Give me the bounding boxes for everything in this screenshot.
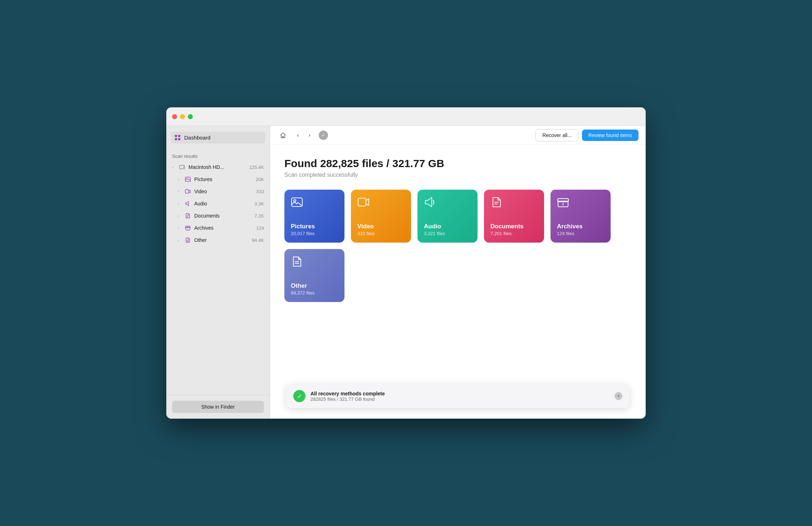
chevron-icon: ›: [178, 202, 182, 206]
svg-point-3: [186, 178, 187, 179]
card-name: Video: [357, 223, 405, 230]
card-count: 7,201 files: [490, 231, 538, 236]
recover-all-button[interactable]: Recover all...: [535, 129, 578, 141]
card-name: Pictures: [291, 223, 338, 230]
sidebar-item-label: Documents: [194, 213, 220, 219]
card-info-audio: Audio 3,321 files: [424, 223, 471, 236]
sidebar-item-label: Video: [194, 189, 207, 194]
content-area: ‹ › ✓ Recover all... Review found items …: [270, 126, 646, 419]
pictures-icon: [184, 176, 191, 183]
category-card-archives[interactable]: Archives 124 files: [551, 190, 611, 243]
toast-text: All recovery methods complete 282825 fil…: [310, 391, 610, 402]
pictures-card-icon: [291, 196, 338, 211]
sidebar-item-archives[interactable]: › Archives 124: [166, 222, 270, 234]
card-info-documents: Documents 7,201 files: [490, 223, 538, 236]
nav-buttons: ‹ ›: [293, 130, 314, 140]
chevron-icon: ›: [178, 190, 182, 194]
svg-point-20: [563, 205, 564, 206]
card-count: 333 files: [357, 231, 405, 236]
scan-results-section-label: Scan results: [166, 149, 270, 161]
card-name: Audio: [424, 223, 471, 230]
toast-container: ✓ All recovery methods complete 282825 f…: [286, 384, 630, 408]
sidebar-footer: Show in Finder: [166, 395, 270, 419]
dashboard-icon: [175, 135, 181, 141]
toast-close-button[interactable]: ×: [615, 392, 622, 400]
svg-rect-8: [185, 226, 190, 228]
sidebar-item-count: 333: [256, 189, 264, 194]
sidebar-item-count: 20K: [256, 177, 264, 182]
category-card-audio[interactable]: Audio 3,321 files: [417, 190, 478, 243]
archives-icon: [184, 224, 191, 232]
toolbar-actions: Recover all... Review found items: [535, 129, 639, 141]
category-card-video[interactable]: Video 333 files: [351, 190, 411, 243]
show-in-finder-button[interactable]: Show in Finder: [172, 401, 264, 413]
audio-card-icon: [424, 196, 471, 211]
audio-icon: [184, 200, 191, 207]
sidebar-item-label: Pictures: [194, 176, 212, 182]
category-card-documents[interactable]: Documents 7,201 files: [484, 190, 544, 243]
card-info-pictures: Pictures 20,017 files: [291, 223, 338, 236]
hd-icon: [178, 164, 186, 171]
video-icon: [184, 188, 191, 195]
card-info-archives: Archives 124 files: [557, 223, 604, 236]
toast-notification: ✓ All recovery methods complete 282825 f…: [286, 384, 630, 408]
app-window: Dashboard Scan results › Macintosh HD...…: [166, 107, 646, 419]
other-icon: [184, 237, 191, 244]
sidebar-item-documents[interactable]: › Documents 7.2K: [166, 210, 270, 222]
traffic-lights: [172, 114, 193, 119]
dashboard-button[interactable]: Dashboard: [171, 132, 265, 143]
card-count: 20,017 files: [291, 231, 338, 236]
review-found-items-button[interactable]: Review found items: [582, 130, 639, 141]
forward-button[interactable]: ›: [304, 130, 314, 140]
toast-subtitle: 282825 files / 321.77 GB found: [310, 396, 610, 402]
sidebar-item-label: Audio: [194, 201, 207, 206]
sidebar-item-count: 3.3K: [254, 201, 264, 206]
sidebar-item-count: 7.2K: [254, 213, 264, 219]
category-grid: Pictures 20,017 files: [284, 190, 631, 302]
status-check-icon: ✓: [319, 131, 328, 140]
chevron-icon: ›: [172, 165, 176, 169]
card-name: Documents: [490, 223, 538, 230]
toolbar: ‹ › ✓ Recover all... Review found items: [270, 126, 646, 145]
chevron-icon: ›: [178, 214, 182, 218]
sidebar-item-count: 125.4K: [249, 165, 264, 170]
dashboard-label: Dashboard: [184, 135, 210, 141]
svg-point-1: [183, 167, 184, 168]
chevron-icon: ›: [178, 238, 182, 242]
card-count: 3,321 files: [424, 231, 471, 236]
content-body: Found 282,825 files / 321.77 GB Scan com…: [270, 145, 646, 419]
sidebar-item-count: 124: [256, 225, 264, 231]
sidebar-item-other[interactable]: › Other 94.4K: [166, 234, 270, 246]
minimize-button[interactable]: [180, 114, 185, 119]
card-count: 94,372 files: [291, 290, 338, 296]
chevron-icon: ›: [178, 226, 182, 230]
sidebar-item-label: Macintosh HD...: [189, 164, 224, 170]
sidebar-item-label: Other: [194, 237, 207, 243]
sidebar-item-pictures[interactable]: › Pictures 20K: [166, 173, 270, 185]
main-layout: Dashboard Scan results › Macintosh HD...…: [166, 126, 646, 419]
close-button[interactable]: [172, 114, 177, 119]
sidebar-item-label: Archives: [194, 225, 214, 231]
archives-card-icon: [557, 196, 604, 211]
sidebar-item-audio[interactable]: › Audio 3.3K: [166, 198, 270, 210]
card-info-other: Other 94,372 files: [291, 282, 338, 296]
svg-point-13: [294, 200, 296, 202]
documents-card-icon: [490, 196, 538, 211]
titlebar: [166, 107, 646, 126]
sidebar: Dashboard Scan results › Macintosh HD...…: [166, 126, 270, 419]
svg-rect-14: [358, 198, 366, 206]
video-card-icon: [357, 196, 405, 211]
card-count: 124 files: [557, 231, 604, 236]
back-button[interactable]: ‹: [293, 130, 303, 140]
maximize-button[interactable]: [188, 114, 193, 119]
home-icon[interactable]: [277, 130, 289, 141]
category-card-other[interactable]: Other 94,372 files: [284, 249, 344, 302]
scan-subtitle: Scan completed successfully: [284, 172, 631, 178]
toast-title: All recovery methods complete: [310, 391, 610, 396]
sidebar-top: Dashboard: [166, 126, 270, 149]
other-card-icon: [291, 255, 338, 270]
sidebar-item-video[interactable]: › Video 333: [166, 185, 270, 198]
sidebar-item-macintosh-hd[interactable]: › Macintosh HD... 125.4K: [166, 161, 270, 173]
scan-title: Found 282,825 files / 321.77 GB: [284, 157, 631, 170]
category-card-pictures[interactable]: Pictures 20,017 files: [284, 190, 344, 243]
